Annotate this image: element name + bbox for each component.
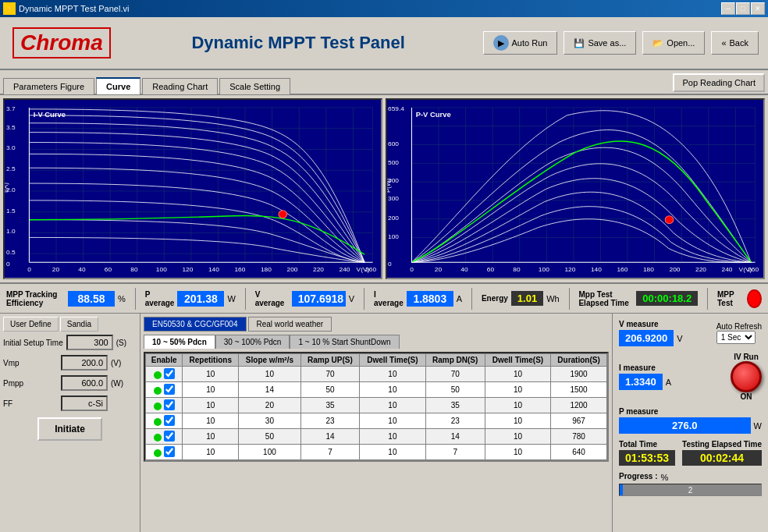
svg-text:20: 20 xyxy=(435,266,443,273)
open-button[interactable]: 📂 Open... xyxy=(642,31,705,55)
v-average-group: V average 107.6918 V xyxy=(255,290,355,307)
v-measure-label: V measure xyxy=(619,320,683,328)
profile-tab-en50530[interactable]: EN50530 & CGC/GF004 xyxy=(144,317,247,332)
subtab-30-100[interactable]: 30 ~ 100% Pdcn xyxy=(215,335,290,349)
cell-duration: 1200 xyxy=(551,398,607,413)
close-button[interactable]: ✕ xyxy=(751,2,765,15)
save-as-label: Save as... xyxy=(588,38,626,48)
progress-unit: % xyxy=(660,473,668,482)
cell-dwell1: 10 xyxy=(360,429,425,445)
on-label: ON xyxy=(741,392,752,401)
subtab-sandia[interactable]: Sandia xyxy=(60,317,98,332)
cell-dwell1: 10 xyxy=(360,445,425,460)
i-average-group: I average 1.8803 A xyxy=(374,290,462,307)
col-duration: Duration(S) xyxy=(551,354,607,367)
row-checkbox[interactable] xyxy=(164,415,175,426)
row-checkbox[interactable] xyxy=(164,399,175,410)
svg-text:600: 600 xyxy=(388,141,399,148)
total-time-group: Total Time 01:53:53 xyxy=(619,440,675,466)
cell-repetitions: 10 xyxy=(183,398,239,413)
testing-elapsed-group: Testing Elapsed Time 00:02:44 xyxy=(682,440,762,466)
i-measure-label: I measure xyxy=(619,364,671,372)
cell-repetitions: 10 xyxy=(183,429,239,445)
back-icon: « xyxy=(721,38,726,48)
svg-text:40: 40 xyxy=(460,266,468,273)
testing-elapsed-value: 00:02:44 xyxy=(682,450,762,466)
progress-bar: 2 xyxy=(619,484,762,496)
svg-text:200: 200 xyxy=(670,266,681,273)
initiate-button[interactable]: Initiate xyxy=(37,417,102,441)
subtab-1-10[interactable]: 1 ~ 10 % Start ShuntDown xyxy=(290,335,399,349)
svg-text:140: 140 xyxy=(208,266,219,273)
vmp-row: Vmp (V) xyxy=(3,355,137,371)
row-checkbox[interactable] xyxy=(164,384,175,395)
row-checkbox[interactable] xyxy=(164,368,175,379)
initial-setup-input[interactable] xyxy=(66,335,113,350)
mpp-status-bar: MPP Tracking Efficiency 88.58 % P averag… xyxy=(0,284,768,314)
svg-text:0: 0 xyxy=(410,266,414,273)
cell-dwell2: 10 xyxy=(485,398,550,413)
cell-ramp-up: 14 xyxy=(300,429,360,445)
table-row: 10 20 35 10 35 10 1200 xyxy=(146,398,607,413)
cell-dwell1: 10 xyxy=(360,398,425,413)
pmpp-label: Pmpp xyxy=(3,379,58,388)
tab-scale-setting[interactable]: Scale Setting xyxy=(219,78,290,94)
cell-duration: 967 xyxy=(551,413,607,429)
i-measure-group: I measure 1.3340 A xyxy=(619,364,671,390)
svg-text:220: 220 xyxy=(695,266,706,273)
save-as-button[interactable]: 💾 Save as... xyxy=(564,31,636,55)
svg-text:100: 100 xyxy=(539,266,549,273)
cell-ramp-up: 23 xyxy=(300,413,360,429)
cell-duration: 1900 xyxy=(551,367,607,382)
cell-ramp-dn: 7 xyxy=(425,445,485,460)
svg-text:20: 20 xyxy=(52,266,60,273)
tab-parameters-figure[interactable]: Parameters Figure xyxy=(3,78,94,94)
status-dot xyxy=(154,434,162,442)
row-checkbox[interactable] xyxy=(164,431,175,442)
mpp-efficiency-group: MPP Tracking Efficiency 88.58 % xyxy=(6,290,126,307)
elapsed-label: Mpp Test Elapsed Time xyxy=(578,290,633,307)
svg-text:659.4: 659.4 xyxy=(388,105,404,112)
svg-text:P-V Curve: P-V Curve xyxy=(416,111,451,119)
svg-text:V(V): V(V) xyxy=(739,266,752,273)
cell-ramp-dn: 23 xyxy=(425,413,485,429)
back-button[interactable]: « Back xyxy=(711,31,759,55)
center-subtab-bar: 10 ~ 50% Pdcn 30 ~ 100% Pdcn 1 ~ 10 % St… xyxy=(144,335,609,349)
mpp-test-button[interactable] xyxy=(747,289,762,308)
iv-run-label: IV Run xyxy=(734,353,759,361)
minimize-button[interactable]: ─ xyxy=(721,2,735,15)
i-measure-iv-row: I measure 1.3340 A IV Run ON xyxy=(619,353,762,401)
window-controls: ─ □ ✕ xyxy=(721,2,765,15)
vmp-input[interactable] xyxy=(61,355,108,371)
ff-row: FF xyxy=(3,395,137,411)
p-average-unit: W xyxy=(227,294,235,303)
subtab-10-50[interactable]: 10 ~ 50% Pdcn xyxy=(144,335,215,349)
cell-duration: 780 xyxy=(551,429,607,445)
svg-point-77 xyxy=(665,216,673,224)
cell-repetitions: 10 xyxy=(183,382,239,398)
col-enable: Enable xyxy=(146,354,183,367)
energy-label: Energy xyxy=(482,294,508,303)
efficiency-unit: % xyxy=(118,294,126,303)
ff-input[interactable] xyxy=(61,395,108,411)
cell-slope: 50 xyxy=(239,429,300,445)
subtab-user-define[interactable]: User Define xyxy=(3,317,59,332)
pmpp-row: Pmpp (W) xyxy=(3,375,137,391)
progress-group: Progress : % 2 xyxy=(619,472,762,496)
refresh-select[interactable]: 1 Sec 2 Sec 5 Sec xyxy=(716,331,756,344)
vmp-label: Vmp xyxy=(3,359,58,367)
p-average-value: 201.38 xyxy=(177,291,224,307)
pop-reading-chart-button[interactable]: Pop Reading Chart xyxy=(673,73,765,92)
status-dot xyxy=(154,403,162,410)
maximize-button[interactable]: □ xyxy=(736,2,750,15)
tab-reading-chart[interactable]: Reading Chart xyxy=(142,78,218,94)
iv-run-button[interactable] xyxy=(731,361,762,392)
profile-tab-real-world[interactable]: Real world weather xyxy=(248,317,332,332)
auto-run-button[interactable]: ▶ Auto Run xyxy=(483,31,558,55)
auto-run-label: Auto Run xyxy=(512,38,548,48)
row-checkbox[interactable] xyxy=(164,446,175,457)
svg-text:V(V): V(V) xyxy=(357,266,370,273)
svg-text:100: 100 xyxy=(388,234,399,241)
tab-curve[interactable]: Curve xyxy=(96,77,140,94)
pmpp-input[interactable] xyxy=(61,375,108,391)
